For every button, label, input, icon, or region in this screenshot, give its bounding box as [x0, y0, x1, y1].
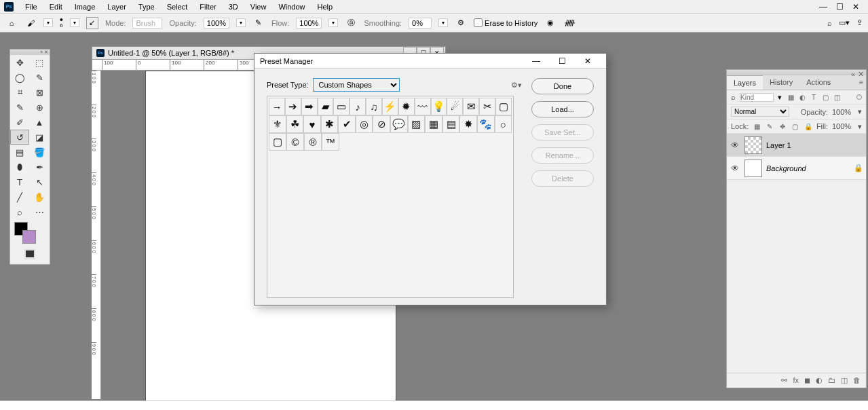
- visibility-icon[interactable]: 👁: [730, 141, 740, 150]
- shape-preset[interactable]: ✂: [479, 98, 495, 115]
- smoothing-gear-icon[interactable]: ⚙: [455, 17, 467, 29]
- shape-preset[interactable]: 💡: [431, 98, 447, 115]
- shape-preset[interactable]: ✔: [338, 115, 356, 133]
- hand-tool[interactable]: ✋: [30, 189, 49, 204]
- layer-item[interactable]: 👁 Layer 1: [727, 134, 866, 157]
- shape-preset[interactable]: ✱: [321, 115, 339, 133]
- save-set-button[interactable]: Save Set...: [531, 124, 594, 141]
- panel-tab-history[interactable]: History: [763, 75, 799, 90]
- filter-smart-icon[interactable]: ◫: [832, 92, 842, 102]
- menu-3d[interactable]: 3D: [223, 1, 244, 12]
- preset-type-select[interactable]: Custom Shapes: [313, 78, 400, 92]
- lock-trans-icon[interactable]: ▦: [753, 122, 761, 131]
- mode-select[interactable]: Brush: [132, 18, 162, 29]
- pressure-opacity-icon[interactable]: ✎: [252, 17, 265, 29]
- search-icon[interactable]: ⌕: [827, 19, 832, 27]
- panel-tab-layers[interactable]: Layers: [727, 75, 763, 90]
- fx-icon[interactable]: fx: [793, 376, 799, 385]
- layer-thumbnail[interactable]: [744, 160, 762, 177]
- shape-preset[interactable]: ✸: [459, 115, 477, 133]
- dialog-maximize[interactable]: ☐: [549, 54, 575, 68]
- lock-pos-icon[interactable]: ✥: [778, 122, 787, 131]
- panel-tab-actions[interactable]: Actions: [799, 75, 837, 90]
- opacity-dropdown[interactable]: ▾: [236, 18, 246, 27]
- dialog-minimize[interactable]: —: [523, 54, 549, 68]
- filter-toggle[interactable]: [856, 94, 862, 100]
- shape-preset[interactable]: →: [269, 98, 285, 115]
- panel-header[interactable]: «✕: [727, 70, 866, 75]
- layer-name[interactable]: Layer 1: [766, 141, 863, 149]
- brush-tool[interactable]: ✐: [10, 115, 29, 130]
- layer-name[interactable]: Background: [766, 164, 850, 172]
- close-button[interactable]: ✕: [848, 1, 864, 13]
- done-button[interactable]: Done: [531, 78, 594, 94]
- shape-preset[interactable]: ▨: [408, 115, 426, 133]
- shape-preset[interactable]: ▰: [318, 98, 334, 115]
- shape-preset[interactable]: ✹: [398, 98, 415, 115]
- visibility-icon[interactable]: 👁: [730, 164, 740, 173]
- layer-thumbnail[interactable]: [744, 136, 762, 154]
- quick-select-tool[interactable]: ✎: [30, 70, 49, 85]
- lock-artboard-icon[interactable]: ▢: [791, 122, 799, 131]
- brush-panel-icon[interactable]: ↙: [86, 17, 98, 29]
- menu-select[interactable]: Select: [161, 1, 194, 12]
- layer-item[interactable]: 👁 Background 🔒: [727, 157, 866, 180]
- flow-dropdown[interactable]: ▾: [328, 18, 338, 27]
- shape-preset[interactable]: ☘: [286, 115, 304, 133]
- shape-preset[interactable]: ▦: [425, 115, 442, 133]
- dodge-tool[interactable]: ⬮: [10, 160, 29, 174]
- shape-preset[interactable]: ○: [495, 115, 512, 133]
- shape-preset[interactable]: ©: [286, 133, 304, 151]
- shape-preset[interactable]: ➡: [301, 98, 318, 115]
- fill-value[interactable]: 100%: [832, 122, 854, 130]
- smoothing-value[interactable]: 0%: [409, 18, 432, 29]
- group-icon[interactable]: 🗀: [828, 376, 835, 385]
- brush-preview-icon[interactable]: 🖌: [24, 17, 37, 29]
- type-tool[interactable]: T: [10, 174, 29, 189]
- new-layer-icon[interactable]: ◫: [841, 376, 848, 385]
- shape-preset[interactable]: 〰: [415, 98, 431, 115]
- brush-size-dropdown[interactable]: ▾: [70, 18, 79, 27]
- menu-window[interactable]: Window: [272, 1, 311, 12]
- workspace-icon[interactable]: ▭▾: [839, 18, 850, 27]
- shape-preset[interactable]: ✉: [463, 98, 479, 115]
- filter-kind-input[interactable]: [740, 93, 774, 102]
- frame-tool[interactable]: ⊠: [30, 85, 49, 100]
- shape-preset[interactable]: ☄: [447, 98, 463, 115]
- line-tool[interactable]: ╱: [10, 189, 29, 204]
- dialog-titlebar[interactable]: Preset Manager — ☐ ✕: [254, 54, 606, 69]
- lock-all-icon[interactable]: 🔒: [804, 122, 812, 131]
- menu-type[interactable]: Type: [132, 1, 161, 12]
- load-button[interactable]: Load...: [531, 101, 594, 117]
- filter-type-icon[interactable]: T: [809, 92, 818, 102]
- link-icon[interactable]: ⚯: [781, 376, 787, 385]
- airbrush-icon[interactable]: ⓐ: [345, 17, 357, 29]
- shape-preset[interactable]: ♫: [366, 98, 382, 115]
- gradient-tool[interactable]: ▤: [10, 145, 29, 160]
- shape-preset[interactable]: 💬: [390, 115, 408, 133]
- menu-edit[interactable]: Edit: [43, 1, 69, 12]
- shape-preset[interactable]: ▢: [495, 98, 512, 115]
- tools-panel-header[interactable]: « ✕: [10, 50, 50, 55]
- search-icon-sm[interactable]: ⌕: [731, 93, 736, 101]
- stamp-tool[interactable]: ▲: [30, 115, 49, 130]
- brush-dropdown[interactable]: ▾: [43, 18, 53, 27]
- menu-help[interactable]: Help: [312, 1, 339, 12]
- shape-preset[interactable]: ▤: [442, 115, 460, 133]
- panel-menu-icon[interactable]: ≡: [856, 75, 866, 90]
- mask-icon[interactable]: ◼: [804, 376, 810, 385]
- eyedropper-tool[interactable]: ✎: [10, 100, 29, 115]
- shape-preset[interactable]: ⚜: [269, 115, 286, 133]
- more-tools[interactable]: ⋯: [30, 204, 49, 219]
- shape-preset[interactable]: ⊘: [373, 115, 390, 133]
- blend-mode-select[interactable]: Normal: [731, 107, 789, 117]
- shape-preset[interactable]: 🐾: [477, 115, 495, 133]
- minimize-button[interactable]: —: [815, 1, 831, 13]
- menu-layer[interactable]: Layer: [101, 1, 132, 12]
- lock-paint-icon[interactable]: ✎: [766, 122, 774, 131]
- trash-icon[interactable]: 🗑: [853, 376, 861, 385]
- shape-preset[interactable]: ⚡: [382, 98, 398, 115]
- filter-shape-icon[interactable]: ▢: [820, 92, 830, 102]
- shape-preset[interactable]: ♥: [303, 115, 321, 133]
- menu-filter[interactable]: Filter: [193, 1, 222, 12]
